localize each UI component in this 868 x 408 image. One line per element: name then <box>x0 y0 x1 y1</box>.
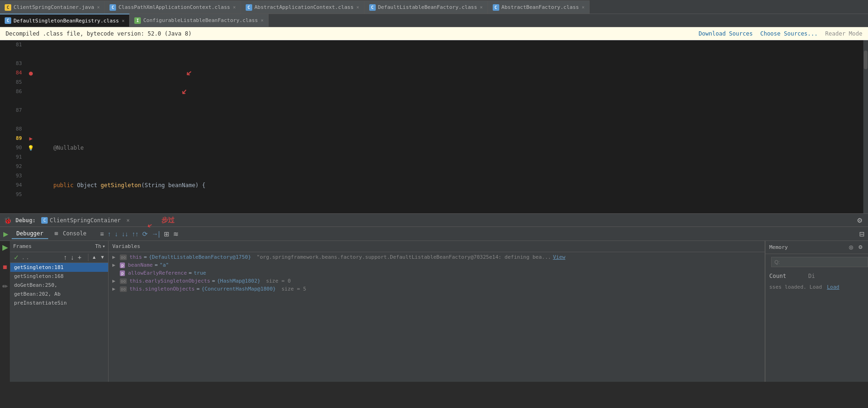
settings2-btn[interactable]: ≋ <box>172 230 180 238</box>
run-to-cursor-btn[interactable]: ⟳ <box>141 230 149 238</box>
tab-console[interactable]: ⊞ Console <box>50 229 91 239</box>
var-this[interactable]: ▶ oo this = {DefaultListableBeanFactory@… <box>109 253 765 261</box>
frame-item-getsingleton168[interactable]: getSingleton:168 <box>10 272 108 281</box>
var-earlysingleton[interactable]: ▶ oo this.earlySingletonObjects = {HashM… <box>109 277 765 285</box>
tab-defaultlistable[interactable]: C DefaultListableBeanFactory.class × <box>365 0 488 14</box>
code-editor: 81 83 84 85 86 87 88 89 90 91 92 93 94 9… <box>0 40 868 213</box>
close-icon[interactable]: × <box>233 5 236 10</box>
force-step-into-btn[interactable]: ↓↓ <box>120 230 130 238</box>
var-icon-p: p <box>120 262 125 268</box>
tab-bar-row1: C ClientSpringContainer.java × C ClassPa… <box>0 0 868 14</box>
info-bar: Decompiled .class file, bytecode version… <box>0 27 868 40</box>
var-beanname[interactable]: ▶ p beanName = "a" <box>109 261 765 269</box>
var-allowearlyref[interactable]: ▶ p allowEarlyReference = true <box>109 269 765 277</box>
frame-up-btn[interactable]: ↑ <box>62 253 68 262</box>
debug-left-panel: ▶ ■ ✏ <box>0 241 10 382</box>
close-icon[interactable]: × <box>357 5 359 10</box>
choose-sources-link[interactable]: Choose Sources... <box>760 30 818 37</box>
step-annotation-area: 步过 ➜ <box>161 216 175 225</box>
close-icon[interactable]: × <box>582 5 584 10</box>
memory-search-input[interactable] <box>771 257 868 267</box>
tab-label: ConfigurableListableBeanFactory.class <box>143 17 258 23</box>
var-icon-this: oo <box>120 255 127 260</box>
layout-btn[interactable]: ⊟ <box>858 230 866 238</box>
tab-debugger[interactable]: Debugger <box>12 229 48 239</box>
var-icon-oo2: oo <box>120 286 127 292</box>
tab-classpathxml[interactable]: C ClassPathXmlApplicationContext.class × <box>105 0 241 14</box>
tab-label: AbstractApplicationContext.class <box>255 4 354 10</box>
variables-header: Variables <box>109 241 765 252</box>
scrollbar-thumb[interactable] <box>864 51 868 69</box>
debug-session: C ClientSpringContainer <box>41 217 121 224</box>
tab-label: ClientSpringContainer.java <box>14 4 94 10</box>
line-numbers: 81 83 84 85 86 87 88 89 90 91 92 93 94 9… <box>0 40 26 213</box>
mute-btn[interactable]: ✏ <box>1 282 9 291</box>
tab-label: DefaultSingletonBeanRegistry.class <box>14 18 119 24</box>
load-link[interactable]: Load <box>827 284 839 290</box>
debug-title: Debug: <box>15 217 36 224</box>
java-icon: C <box>5 4 11 11</box>
tab-label: DefaultListableBeanFactory.class <box>378 4 477 10</box>
checkmark-btn[interactable]: ✓ <box>12 253 21 262</box>
scroll-up-btn[interactable]: ▲ <box>90 254 98 261</box>
evaluate-btn[interactable]: →| <box>150 230 161 238</box>
class-icon: C <box>5 17 11 24</box>
step-over-btn[interactable]: ↑ <box>106 230 112 238</box>
view-link[interactable]: View <box>553 254 566 260</box>
debug-toolbar: ≡ ↑ ↓ ↓↓ ↑↑ ⟳ →| ⊞ ≋ <box>97 229 182 239</box>
resume-button[interactable]: ▶ <box>2 230 10 238</box>
step-out-btn[interactable]: ↑↑ <box>131 230 140 238</box>
memory-search-area <box>766 254 868 270</box>
tab-abstractbeanfactory[interactable]: C AbstractBeanFactory.class × <box>488 0 590 14</box>
frames-table-btn[interactable]: ⊞ <box>162 230 171 238</box>
frame-item-getbean[interactable]: getBean:202, Ab <box>10 290 108 299</box>
debug-header: 🐞 Debug: C ClientSpringContainer × 步过 ➜ … <box>0 214 868 227</box>
frame-item-dogetbean[interactable]: doGetBean:250, <box>10 281 108 290</box>
frame-item-getsingleton181[interactable]: getSingleton:181 <box>10 263 108 272</box>
red-arrow2: ➜ <box>179 86 190 97</box>
tab-abstractapplication[interactable]: C AbstractApplicationContext.class × <box>241 0 365 14</box>
debug-panel: 🐞 Debug: C ClientSpringContainer × 步过 ➜ … <box>0 213 868 382</box>
close-icon[interactable]: × <box>261 18 263 23</box>
frame-add-btn[interactable]: + <box>76 253 83 262</box>
scroll-down-btn[interactable]: ▼ <box>99 254 106 261</box>
frames-label: Frames <box>13 243 32 249</box>
memory-settings-btn[interactable]: ⚙ <box>857 244 864 251</box>
tab-defaultsingleton[interactable]: C DefaultSingletonBeanRegistry.class × <box>0 14 130 27</box>
class-icon: C <box>246 4 252 11</box>
var-singletonobjects[interactable]: ▶ oo this.singletonObjects = {Concurrent… <box>109 285 765 293</box>
tab-clientspring[interactable]: C ClientSpringContainer.java × <box>0 0 105 14</box>
frame-down-btn[interactable]: ↓ <box>69 253 75 262</box>
console-icon: ⊞ <box>55 230 58 237</box>
memory-toggle-btn[interactable]: ◎ <box>847 244 855 251</box>
frames-toolbar: ✓ . . ↑ ↓ + ▲ ▼ <box>10 252 108 263</box>
status-text: sses loaded. Load <box>769 284 822 290</box>
memory-label: Memory <box>769 244 788 250</box>
class-icon: C <box>369 4 376 11</box>
resume-play-btn[interactable]: ▶ <box>1 243 9 252</box>
close-icon[interactable]: × <box>97 5 100 10</box>
settings-gear-button[interactable]: ⚙ <box>855 216 864 225</box>
vertical-scrollbar[interactable] <box>863 40 868 213</box>
tab-configurablelistable[interactable]: I ConfigurableListableBeanFactory.class … <box>130 14 269 27</box>
memory-panel: Memory ◎ ⚙ Count Di sses loaded. Load Lo… <box>765 241 868 382</box>
session-icon: C <box>41 217 48 224</box>
thread-selector[interactable]: Th ▾ <box>95 243 105 249</box>
download-sources-link[interactable]: Download Sources <box>699 30 753 37</box>
reader-mode-label: Reader Mode <box>825 30 862 37</box>
gutter: ● ▶ 💡 <box>26 40 36 213</box>
code-line-82 <box>40 106 863 115</box>
frame-item-preinstantiate[interactable]: preInstantiateSin <box>10 299 108 307</box>
code-line-81 <box>40 68 863 78</box>
close-icon[interactable]: × <box>480 5 483 10</box>
expand-arrow-icon: ▶ <box>112 254 118 260</box>
step-label-text: 步过 <box>161 216 175 224</box>
show-frames-btn[interactable]: ≡ <box>99 230 105 238</box>
decompiled-info: Decompiled .class file, bytecode version… <box>6 30 191 37</box>
debug-close-btn[interactable]: × <box>126 217 130 224</box>
debug-tab-bar: ▶ Debugger ⊞ Console ≡ ↑ ↓ ↓↓ ↑↑ ⟳ →| ⊞ … <box>0 227 868 241</box>
stop-btn[interactable]: ■ <box>1 262 9 272</box>
close-icon[interactable]: × <box>122 18 124 23</box>
expand-arrow-icon: ▶ <box>112 262 118 268</box>
step-into-btn[interactable]: ↓ <box>113 230 119 238</box>
